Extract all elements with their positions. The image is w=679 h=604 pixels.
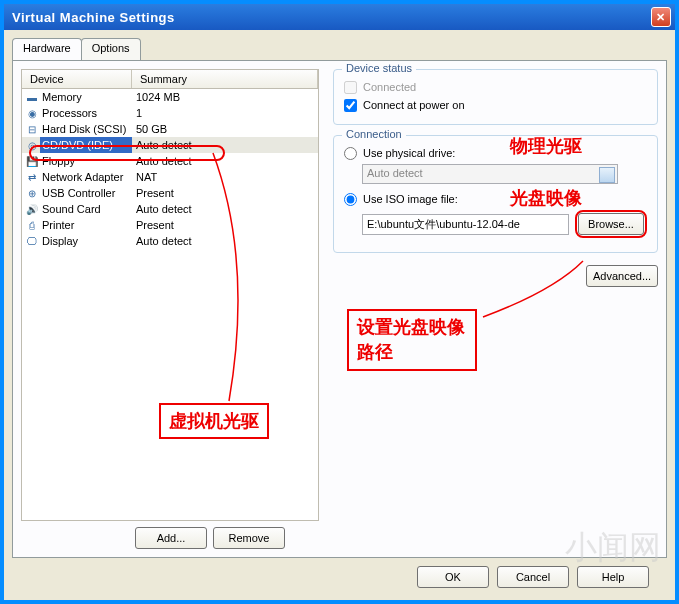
device-name: Hard Disk (SCSI): [40, 121, 132, 137]
device-name: Printer: [40, 217, 132, 233]
poweron-checkbox[interactable]: [344, 99, 357, 112]
iso-radio[interactable]: [344, 193, 357, 206]
device-row-display[interactable]: 🖵DisplayAuto detect: [22, 233, 318, 249]
usb-icon: ⊕: [24, 185, 40, 201]
physical-drive-row[interactable]: Use physical drive:: [344, 144, 647, 162]
browse-button[interactable]: Browse...: [578, 213, 644, 235]
device-name: Display: [40, 233, 132, 249]
device-summary: Present: [132, 185, 318, 201]
cd-icon: ◎: [24, 137, 40, 153]
settings-window: Virtual Machine Settings ✕ Hardware Opti…: [0, 0, 679, 604]
device-name: CD/DVD (IDE): [40, 137, 132, 153]
device-detail-pane: Device status Connected Connect at power…: [333, 69, 658, 287]
help-button[interactable]: Help: [577, 566, 649, 588]
device-row-memory[interactable]: ▬Memory1024 MB: [22, 89, 318, 105]
device-row-processors[interactable]: ◉Processors1: [22, 105, 318, 121]
physical-drive-label: Use physical drive:: [363, 147, 455, 159]
physical-drive-radio[interactable]: [344, 147, 357, 160]
device-pane: Device Summary ▬Memory1024 MB◉Processors…: [21, 69, 319, 549]
device-name: Network Adapter: [40, 169, 132, 185]
cancel-button[interactable]: Cancel: [497, 566, 569, 588]
tab-options[interactable]: Options: [81, 38, 141, 60]
device-summary: Present: [132, 217, 318, 233]
cpu-icon: ◉: [24, 105, 40, 121]
device-summary: NAT: [132, 169, 318, 185]
device-summary: 50 GB: [132, 121, 318, 137]
hardware-panel: Device Summary ▬Memory1024 MB◉Processors…: [12, 60, 667, 558]
device-name: Sound Card: [40, 201, 132, 217]
device-summary: Auto detect: [132, 201, 318, 217]
add-button[interactable]: Add...: [135, 527, 207, 549]
remove-button[interactable]: Remove: [213, 527, 285, 549]
device-summary: Auto detect: [132, 153, 318, 169]
floppy-icon: 💾: [24, 153, 40, 169]
device-name: Processors: [40, 105, 132, 121]
poweron-label: Connect at power on: [363, 99, 465, 111]
connected-row[interactable]: Connected: [344, 78, 647, 96]
device-list-header: Device Summary: [21, 69, 319, 89]
connected-label: Connected: [363, 81, 416, 93]
device-summary: 1: [132, 105, 318, 121]
connected-checkbox[interactable]: [344, 81, 357, 94]
memory-icon: ▬: [24, 89, 40, 105]
annotation-highlight-browse: Browse...: [575, 210, 647, 238]
tab-strip: Hardware Options: [12, 38, 667, 60]
device-row-sound-card[interactable]: 🔊Sound CardAuto detect: [22, 201, 318, 217]
iso-label: Use ISO image file:: [363, 193, 458, 205]
col-device[interactable]: Device: [22, 70, 132, 88]
status-legend: Device status: [342, 62, 416, 74]
ok-button[interactable]: OK: [417, 566, 489, 588]
dialog-footer: OK Cancel Help: [12, 560, 667, 594]
device-name: Floppy: [40, 153, 132, 169]
poweron-row[interactable]: Connect at power on: [344, 96, 647, 114]
annotation-setpath: 设置光盘映像路径: [347, 309, 477, 371]
device-name: USB Controller: [40, 185, 132, 201]
display-icon: 🖵: [24, 233, 40, 249]
device-list[interactable]: ▬Memory1024 MB◉Processors1⊟Hard Disk (SC…: [21, 89, 319, 521]
device-row-usb-controller[interactable]: ⊕USB ControllerPresent: [22, 185, 318, 201]
device-row-printer[interactable]: ⎙PrinterPresent: [22, 217, 318, 233]
physical-drive-combo[interactable]: Auto detect: [362, 164, 618, 184]
advanced-button[interactable]: Advanced...: [586, 265, 658, 287]
disk-icon: ⊟: [24, 121, 40, 137]
device-name: Memory: [40, 89, 132, 105]
device-row-network-adapter[interactable]: ⇄Network AdapterNAT: [22, 169, 318, 185]
printer-icon: ⎙: [24, 217, 40, 233]
tab-hardware[interactable]: Hardware: [12, 38, 82, 60]
connection-group: Connection Use physical drive: 物理光驱 Auto…: [333, 135, 658, 253]
device-row-hard-disk-scsi-[interactable]: ⊟Hard Disk (SCSI)50 GB: [22, 121, 318, 137]
col-summary[interactable]: Summary: [132, 70, 318, 88]
device-summary: Auto detect: [132, 233, 318, 249]
device-summary: Auto detect: [132, 137, 318, 153]
iso-path-input[interactable]: [362, 214, 569, 235]
sound-icon: 🔊: [24, 201, 40, 217]
device-status-group: Device status Connected Connect at power…: [333, 69, 658, 125]
device-row-floppy[interactable]: 💾FloppyAuto detect: [22, 153, 318, 169]
titlebar: Virtual Machine Settings ✕: [4, 4, 675, 30]
window-title: Virtual Machine Settings: [8, 10, 651, 25]
iso-row[interactable]: Use ISO image file:: [344, 190, 647, 208]
connection-legend: Connection: [342, 128, 406, 140]
close-button[interactable]: ✕: [651, 7, 671, 27]
device-row-cd-dvd-ide-[interactable]: ◎CD/DVD (IDE)Auto detect: [22, 137, 318, 153]
network-icon: ⇄: [24, 169, 40, 185]
device-summary: 1024 MB: [132, 89, 318, 105]
